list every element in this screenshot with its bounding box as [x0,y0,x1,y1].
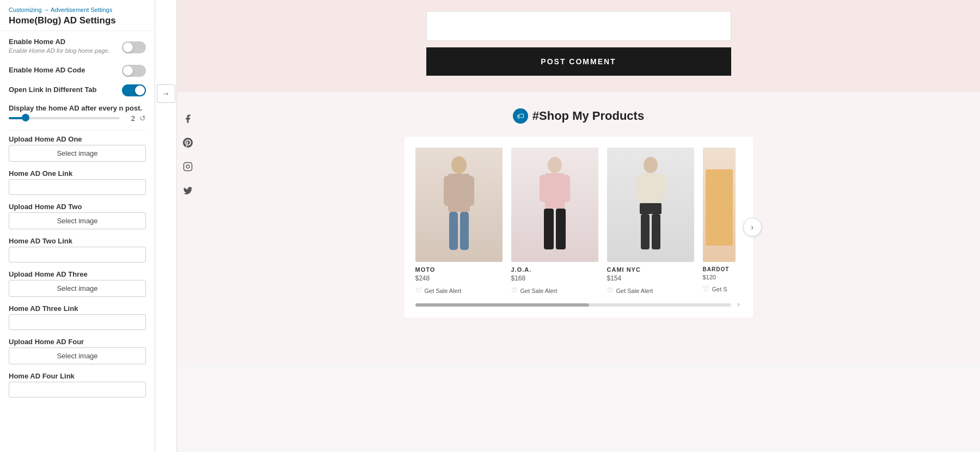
slider-value: 2 [124,114,135,123]
svg-rect-4 [444,176,451,206]
open-link-toggle[interactable] [122,84,146,96]
ad-two-link-input[interactable] [9,247,146,262]
product-price-moto: $248 [415,274,503,282]
comment-section: POST COMMENT [177,0,980,92]
settings-panel: Customizing → Advertisement Settings Hom… [0,0,155,452]
svg-rect-5 [467,176,474,206]
ad-four-select-btn[interactable]: Select image [9,347,146,364]
svg-point-8 [548,157,562,173]
ad-one-select-btn[interactable]: Select image [9,145,146,162]
product-img-cami[interactable] [607,148,694,262]
svg-rect-11 [563,175,570,202]
svg-rect-19 [641,214,650,249]
instagram-icon[interactable] [182,161,193,172]
svg-point-14 [644,157,658,173]
product-img-moto[interactable] [415,148,503,262]
open-link-label: Open Link in Different Tab [9,85,97,94]
ad-two-link-row: Home AD Two Link [9,237,146,262]
breadcrumb-customizing[interactable]: Customizing [9,7,42,13]
enable-home-ad-toggle[interactable] [122,41,146,53]
collapse-arrow-btn[interactable]: → [157,84,175,103]
shop-title: #Shop My Products [532,109,644,123]
product-img-bardot[interactable] [703,148,736,262]
svg-rect-12 [544,209,554,249]
svg-rect-18 [640,203,661,214]
facebook-icon[interactable] [182,113,193,124]
ad-one-link-row: Home AD One Link [9,169,146,195]
middle-arrow-panel: → [155,0,177,452]
get-sale-label-moto: Get Sale Alert [425,288,462,294]
get-sale-btn-moto[interactable]: ♡ Get Sale Alert [415,286,503,295]
ad-four-link-row: Home AD Four Link [9,372,146,398]
ad-one-upload-label: Upload Home AD One [9,135,146,143]
ad-three-upload-label: Upload Home AD Three [9,270,146,278]
product-price-bardot: $120 [703,274,736,280]
ad-three-upload-row: Upload Home AD Three Select image [9,270,146,297]
get-sale-btn-joa[interactable]: ♡ Get Sale Alert [511,286,598,295]
ad-four-link-input[interactable] [9,382,146,398]
ad-three-link-label: Home AD Three Link [9,304,146,313]
svg-rect-10 [540,175,547,202]
get-sale-label-joa: Get Sale Alert [520,288,558,294]
shop-section: 🏷 #Shop My Products [177,92,980,364]
ad-two-select-btn[interactable]: Select image [9,212,146,229]
breadcrumb-section: Advertisement Settings [51,7,112,13]
enable-home-ad-code-label: Enable Home AD Code [9,66,85,74]
svg-point-2 [451,156,467,174]
product-card-joa: J.O.A. $168 ♡ Get Sale Alert [511,148,598,295]
enable-home-ad-row: Enable Home AD Enable Home AD for blog h… [9,38,146,57]
get-sale-btn-bardot[interactable]: ♡ Get S [703,285,736,293]
product-price-cami: $154 [607,274,694,282]
post-comment-btn[interactable]: POST COMMENT [426,47,731,76]
get-sale-label-cami: Get Sale Alert [616,288,653,294]
toggle-knob-3 [135,85,145,95]
products-next-arrow[interactable]: › [743,218,762,236]
heart-icon-joa: ♡ [511,286,518,295]
shop-tag-icon: 🏷 [513,108,528,124]
ad-one-link-label: Home AD One Link [9,169,146,178]
svg-rect-21 [706,169,733,246]
panel-header: Customizing → Advertisement Settings Hom… [0,0,155,31]
panel-scroll-area: Enable Home AD Enable Home AD for blog h… [0,31,155,452]
pinterest-icon[interactable] [182,137,193,148]
ad-four-upload-label: Upload Home AD Four [9,338,146,346]
enable-home-ad-code-row: Enable Home AD Code [9,65,146,77]
slider-wrap: 2 ↺ [9,114,146,123]
products-scrollbar[interactable]: › [415,303,731,307]
product-card-bardot: BARDOT $120 ♡ Get S [703,148,736,295]
toggle-knob [123,42,133,52]
ad-three-link-input[interactable] [9,314,146,330]
ad-two-link-label: Home AD Two Link [9,237,146,245]
scrollbar-thumb [415,303,589,307]
panel-title: Home(Blog) AD Settings [9,15,146,26]
shop-heading: 🏷 #Shop My Products [513,108,644,124]
twitter-icon[interactable] [182,185,193,196]
svg-rect-13 [556,209,566,249]
svg-rect-6 [449,212,458,250]
enable-home-ad-code-toggle[interactable] [122,65,146,77]
svg-rect-16 [636,175,643,199]
slider-thumb [22,114,29,121]
svg-rect-15 [641,173,660,203]
refresh-icon[interactable]: ↺ [139,114,146,123]
comment-textarea[interactable] [426,11,731,41]
slider-track[interactable] [9,117,120,119]
get-sale-btn-cami[interactable]: ♡ Get Sale Alert [607,286,694,295]
ad-two-upload-label: Upload Home AD Two [9,203,146,211]
ad-one-link-input[interactable] [9,179,146,195]
display-after-n-row: Display the home AD after every n post. … [9,104,146,123]
open-link-row: Open Link in Different Tab [9,84,146,96]
get-sale-label-bardot: Get S [712,286,727,292]
right-preview: POST COMMENT 🏷 #Shop My Products [177,0,980,452]
ad-one-upload-row: Upload Home AD One Select image [9,135,146,162]
toggle-knob-2 [123,66,133,76]
svg-rect-17 [658,175,665,199]
svg-rect-0 [184,163,192,171]
product-brand-cami: CAMI NYC [607,266,694,273]
ad-three-select-btn[interactable]: Select image [9,280,146,297]
enable-home-ad-desc: Enable Home AD for blog home page. [9,47,109,54]
ad-four-link-label: Home AD Four Link [9,372,146,380]
scroll-right-arrow[interactable]: › [738,301,740,308]
product-brand-joa: J.O.A. [511,266,598,273]
product-img-joa[interactable] [511,148,598,262]
